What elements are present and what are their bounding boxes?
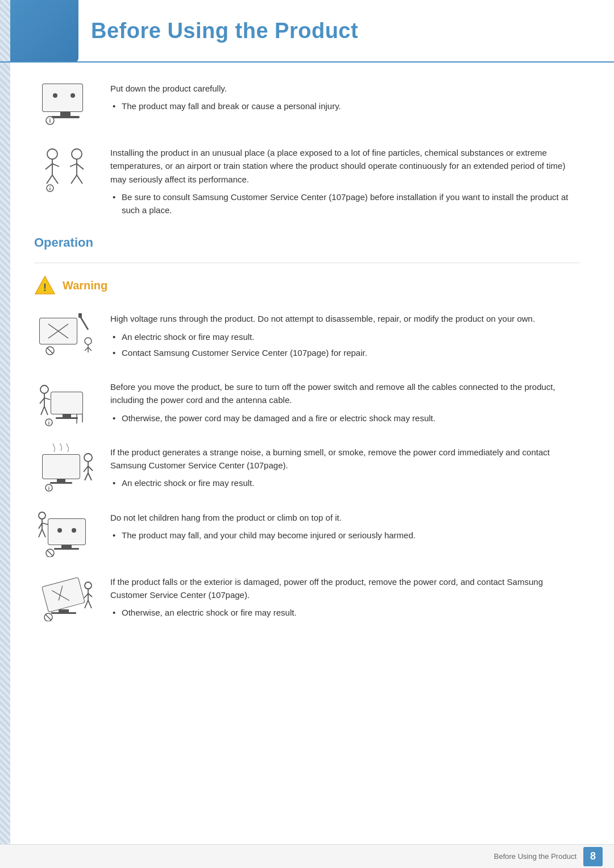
svg-line-16 bbox=[70, 164, 77, 167]
svg-line-34 bbox=[85, 347, 88, 351]
svg-line-12 bbox=[47, 175, 52, 184]
svg-text:i: i bbox=[48, 420, 50, 426]
svg-line-43 bbox=[44, 398, 50, 400]
svg-line-10 bbox=[45, 164, 52, 169]
svg-line-87 bbox=[88, 600, 92, 608]
safety-item-unusual-place: i Installing the product in an unusual p… bbox=[34, 144, 580, 219]
op-bullet-list-move: Otherwise, the power cord may be damaged… bbox=[110, 412, 580, 425]
bullet-item: An electric shock or fire may result. bbox=[110, 330, 580, 343]
svg-rect-38 bbox=[63, 414, 71, 417]
page-title: Before Using the Product bbox=[91, 19, 358, 43]
svg-text:!: ! bbox=[43, 282, 47, 293]
icon-monitor-careful: i bbox=[34, 80, 97, 128]
svg-point-65 bbox=[72, 528, 76, 533]
op-text-product-falls: If the product falls or the exterior is … bbox=[110, 573, 580, 622]
section-divider bbox=[34, 263, 580, 263]
svg-point-40 bbox=[40, 385, 48, 393]
svg-point-8 bbox=[47, 149, 57, 159]
svg-line-17 bbox=[77, 164, 84, 169]
bullet-item: The product may fall and break or cause … bbox=[110, 99, 580, 113]
svg-point-68 bbox=[39, 512, 45, 519]
icon-disassemble bbox=[34, 310, 97, 358]
main-content: i Put down the product carefully. The pr… bbox=[0, 63, 614, 683]
left-stripe-decoration bbox=[0, 0, 10, 868]
svg-point-54 bbox=[84, 454, 92, 462]
warning-banner: ! Warning bbox=[34, 275, 580, 296]
svg-line-45 bbox=[44, 406, 48, 415]
svg-rect-67 bbox=[54, 548, 79, 550]
op-bullet-list-falls: Otherwise, an electric shock or fire may… bbox=[110, 606, 580, 619]
svg-rect-37 bbox=[51, 392, 82, 414]
svg-line-58 bbox=[85, 473, 88, 480]
svg-text:i: i bbox=[49, 186, 51, 192]
svg-rect-80 bbox=[59, 609, 69, 612]
op-main-text-move: Before you move the product, be sure to … bbox=[110, 380, 580, 407]
svg-point-64 bbox=[57, 528, 62, 533]
op-text-move-product: Before you move the product, be sure to … bbox=[110, 378, 580, 427]
svg-line-85 bbox=[88, 593, 92, 597]
svg-line-84 bbox=[84, 593, 88, 598]
op-item-strange-noise: i If the product generates a strange noi… bbox=[34, 443, 580, 493]
safety-item-put-down: i Put down the product carefully. The pr… bbox=[34, 80, 580, 128]
icon-workers: i bbox=[34, 144, 97, 192]
svg-rect-51 bbox=[43, 455, 80, 479]
safety-main-text-put-down: Put down the product carefully. bbox=[110, 82, 580, 95]
svg-rect-39 bbox=[56, 417, 78, 419]
svg-line-56 bbox=[84, 466, 88, 472]
op-text-children-hang: Do not let children hang from the produc… bbox=[110, 509, 580, 545]
bullet-item: Otherwise, the power cord may be damaged… bbox=[110, 412, 580, 425]
svg-rect-4 bbox=[60, 111, 70, 116]
svg-rect-53 bbox=[50, 482, 72, 484]
svg-line-71 bbox=[39, 529, 42, 537]
svg-point-2 bbox=[53, 93, 57, 98]
svg-rect-66 bbox=[61, 545, 72, 548]
bullet-item: An electric shock or fire may result. bbox=[110, 476, 580, 489]
warning-label: Warning bbox=[63, 279, 107, 292]
footer-label: Before Using the Product bbox=[494, 852, 576, 861]
op-item-product-falls: If the product falls or the exterior is … bbox=[34, 573, 580, 622]
page-number: 8 bbox=[583, 847, 603, 866]
bullet-item: Be sure to consult Samsung Customer Serv… bbox=[110, 190, 580, 217]
svg-line-72 bbox=[42, 529, 45, 537]
svg-line-59 bbox=[88, 473, 92, 480]
svg-line-73 bbox=[42, 523, 48, 525]
svg-point-14 bbox=[72, 149, 82, 159]
bullet-list-put-down: The product may fall and break or cause … bbox=[110, 99, 580, 113]
svg-line-57 bbox=[88, 466, 93, 471]
icon-smoke-fire: i bbox=[34, 443, 97, 492]
svg-line-11 bbox=[52, 164, 59, 167]
op-main-text-children: Do not let children hang from the produc… bbox=[110, 511, 580, 524]
op-bullet-list-high-voltage: An electric shock or fire may result. Co… bbox=[110, 330, 580, 360]
svg-rect-29 bbox=[78, 313, 82, 318]
svg-line-19 bbox=[77, 175, 82, 184]
op-item-children-hang: Do not let children hang from the produc… bbox=[34, 509, 580, 557]
icon-move-cables: i bbox=[34, 378, 97, 426]
svg-line-70 bbox=[39, 523, 42, 529]
page-header: Before Using the Product bbox=[0, 0, 614, 63]
op-item-high-voltage: High voltage runs through the product. D… bbox=[34, 310, 580, 362]
bullet-item: Contact Samsung Customer Service Center … bbox=[110, 346, 580, 359]
svg-rect-63 bbox=[48, 519, 85, 545]
svg-line-13 bbox=[52, 175, 58, 184]
op-main-text-noise: If the product generates a strange noise… bbox=[110, 446, 580, 472]
svg-text:i: i bbox=[48, 485, 50, 491]
svg-line-86 bbox=[85, 600, 88, 608]
icon-child-monitor bbox=[34, 509, 97, 557]
svg-line-35 bbox=[88, 347, 92, 351]
op-text-strange-noise: If the product generates a strange noise… bbox=[110, 443, 580, 493]
bullet-item: Otherwise, an electric shock or fire may… bbox=[110, 606, 580, 619]
op-item-move-product: i Before you move the product, be sure t… bbox=[34, 378, 580, 427]
safety-main-text-unusual: Installing the product in an unusual pla… bbox=[110, 146, 580, 186]
warning-triangle-icon: ! bbox=[34, 275, 56, 296]
svg-point-32 bbox=[85, 338, 92, 344]
icon-product-damaged bbox=[34, 573, 97, 621]
svg-rect-52 bbox=[57, 479, 65, 482]
svg-text:i: i bbox=[49, 118, 51, 124]
svg-rect-1 bbox=[43, 84, 82, 111]
safety-text-put-down: Put down the product carefully. The prod… bbox=[110, 80, 580, 116]
page-footer: Before Using the Product 8 bbox=[0, 844, 614, 868]
svg-rect-5 bbox=[51, 116, 80, 118]
svg-rect-81 bbox=[51, 612, 76, 614]
svg-line-18 bbox=[71, 175, 77, 184]
bullet-item: The product may fall, and your child may… bbox=[110, 529, 580, 542]
